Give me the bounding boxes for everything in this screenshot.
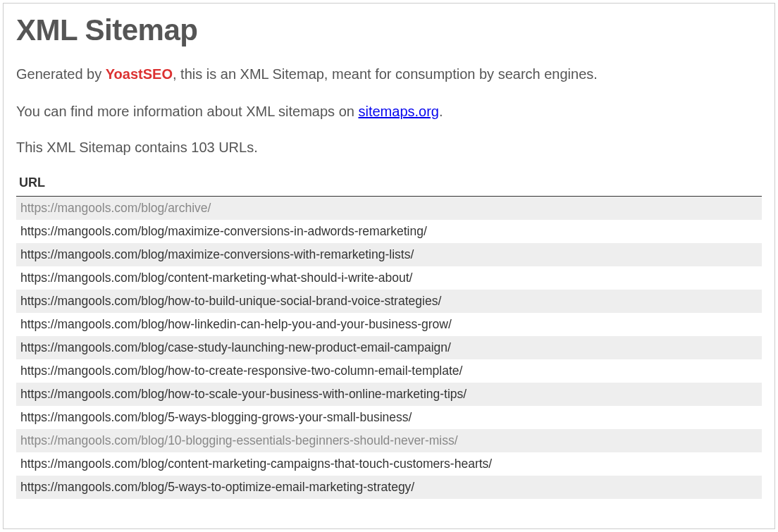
table-row: https://mangools.com/blog/archive/	[16, 197, 762, 221]
sitemap-container: XML Sitemap Generated by YoastSEO, this …	[3, 3, 775, 529]
intro-middle: , this is an XML Sitemap, meant for cons…	[173, 66, 598, 82]
url-count: This XML Sitemap contains 103 URLs.	[16, 140, 762, 156]
url-cell[interactable]: https://mangools.com/blog/10-blogging-es…	[16, 429, 762, 452]
info-text: You can find more information about XML …	[16, 104, 762, 120]
info-prefix: You can find more information about XML …	[16, 104, 358, 119]
table-row: https://mangools.com/blog/how-to-build-u…	[16, 290, 762, 313]
yoast-link[interactable]: YoastSEO	[106, 66, 173, 82]
table-row: https://mangools.com/blog/how-linkedin-c…	[16, 313, 762, 336]
info-suffix: .	[439, 104, 443, 119]
sitemaps-org-link[interactable]: sitemaps.org	[358, 104, 439, 119]
url-cell[interactable]: https://mangools.com/blog/archive/	[16, 197, 762, 221]
table-row: https://mangools.com/blog/content-market…	[16, 266, 762, 290]
url-cell[interactable]: https://mangools.com/blog/maximize-conve…	[16, 220, 762, 243]
table-row: https://mangools.com/blog/case-study-lau…	[16, 336, 762, 359]
url-cell[interactable]: https://mangools.com/blog/5-ways-bloggin…	[16, 406, 762, 429]
url-cell[interactable]: https://mangools.com/blog/content-market…	[16, 452, 762, 476]
table-row: https://mangools.com/blog/10-blogging-es…	[16, 429, 762, 452]
url-header: URL	[16, 171, 762, 197]
sitemap-table: URL https://mangools.com/blog/archive/ht…	[16, 171, 762, 499]
url-cell[interactable]: https://mangools.com/blog/how-to-scale-y…	[16, 383, 762, 406]
url-cell[interactable]: https://mangools.com/blog/how-linkedin-c…	[16, 313, 762, 336]
intro-text: Generated by YoastSEO, this is an XML Si…	[16, 64, 762, 84]
table-row: https://mangools.com/blog/5-ways-to-opti…	[16, 476, 762, 499]
table-row: https://mangools.com/blog/content-market…	[16, 452, 762, 476]
intro-prefix: Generated by	[16, 66, 106, 82]
url-cell[interactable]: https://mangools.com/blog/case-study-lau…	[16, 336, 762, 359]
table-row: https://mangools.com/blog/how-to-scale-y…	[16, 383, 762, 406]
table-row: https://mangools.com/blog/how-to-create-…	[16, 359, 762, 383]
url-cell[interactable]: https://mangools.com/blog/content-market…	[16, 266, 762, 290]
page-title: XML Sitemap	[16, 13, 762, 47]
url-cell[interactable]: https://mangools.com/blog/5-ways-to-opti…	[16, 476, 762, 499]
url-cell[interactable]: https://mangools.com/blog/maximize-conve…	[16, 243, 762, 266]
url-cell[interactable]: https://mangools.com/blog/how-to-create-…	[16, 359, 762, 383]
url-cell[interactable]: https://mangools.com/blog/how-to-build-u…	[16, 290, 762, 313]
table-row: https://mangools.com/blog/5-ways-bloggin…	[16, 406, 762, 429]
table-row: https://mangools.com/blog/maximize-conve…	[16, 243, 762, 266]
table-row: https://mangools.com/blog/maximize-conve…	[16, 220, 762, 243]
